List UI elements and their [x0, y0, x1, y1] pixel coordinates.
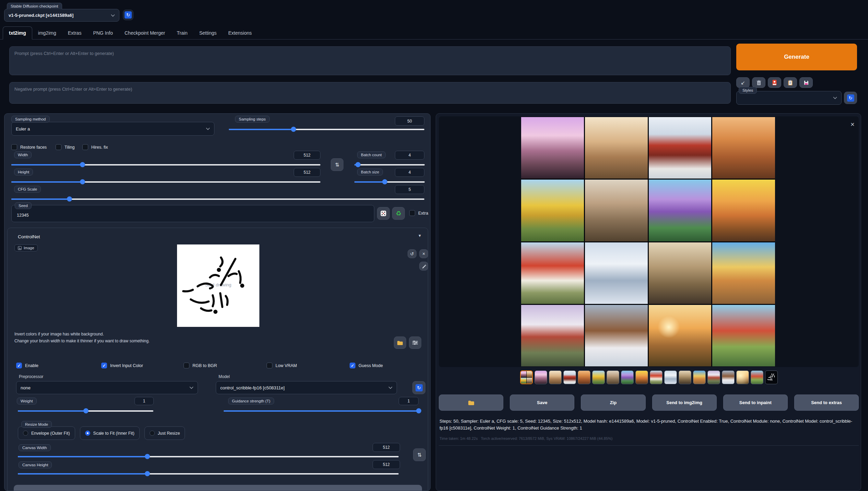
guess-mode-checkbox[interactable]: Guess Mode [350, 363, 383, 368]
collapse-arrow-icon[interactable]: ▼ [418, 233, 422, 238]
extra-networks-button[interactable] [768, 77, 781, 88]
paste-prompt-button[interactable]: ↙ [736, 77, 750, 88]
cfg-scale-slider[interactable] [11, 196, 424, 202]
tab-train[interactable]: Train [171, 27, 193, 39]
gallery-thumbnail[interactable] [621, 370, 634, 384]
controlnet-model-refresh-button[interactable]: ↻ [412, 381, 425, 394]
checkbox-box[interactable] [16, 363, 22, 368]
weight-value[interactable]: 1 [134, 397, 154, 405]
canvas-height-slider[interactable] [18, 471, 399, 476]
checkbox-box[interactable] [82, 144, 88, 150]
checkbox-box[interactable] [101, 363, 107, 368]
generated-image[interactable] [585, 180, 648, 241]
swap-width-height-button[interactable]: ⇅ [331, 158, 343, 171]
restore-faces-checkbox[interactable]: Restore faces [11, 144, 47, 150]
radio-dot[interactable] [23, 431, 28, 436]
generated-image[interactable] [521, 305, 584, 366]
canvas-width-value[interactable]: 512 [373, 443, 400, 452]
width-slider[interactable] [11, 162, 320, 167]
controlnet-enable-checkbox[interactable]: Enable [16, 363, 38, 368]
height-slider[interactable] [11, 179, 320, 184]
guidance-strength-slider[interactable] [224, 408, 419, 413]
open-output-folder-button[interactable] [439, 395, 503, 411]
styles-refresh-button[interactable]: ↻ [844, 92, 857, 104]
gallery-thumbnail[interactable] [607, 370, 619, 384]
resize-envelope-radio[interactable]: Envelope (Outer Fit) [18, 426, 75, 440]
gallery-thumbnail[interactable] [563, 370, 576, 384]
canvas-adjust-button[interactable] [409, 336, 421, 349]
checkbox-box[interactable] [409, 210, 415, 216]
zip-button[interactable]: Zip [581, 395, 645, 411]
preprocessor-dropdown[interactable]: none [16, 381, 198, 394]
checkpoint-dropdown[interactable]: v1-5-pruned.ckpt [e1441589a6] [4, 9, 119, 22]
tiling-checkbox[interactable]: Tiling [56, 144, 74, 150]
width-value[interactable]: 512 [294, 151, 320, 160]
generated-image[interactable] [649, 180, 712, 241]
gallery-thumbnail-scribble[interactable] [765, 370, 778, 384]
send-to-inpaint-button[interactable]: Send to inpaint [723, 395, 788, 411]
generated-image[interactable] [585, 117, 648, 179]
generated-image[interactable] [585, 305, 648, 366]
gallery-thumbnail[interactable] [751, 370, 763, 384]
sampling-steps-value[interactable]: 50 [395, 116, 424, 126]
generated-image[interactable] [712, 305, 775, 366]
generated-image[interactable] [649, 117, 712, 179]
generate-button[interactable]: Generate [736, 44, 857, 70]
batch-size-slider[interactable] [354, 179, 425, 184]
tab-settings[interactable]: Settings [193, 27, 223, 39]
gallery-thumbnail[interactable] [679, 370, 691, 384]
extra-seed-checkbox[interactable]: Extra [409, 210, 428, 216]
gallery-thumbnail-grid[interactable] [520, 370, 533, 384]
tab-extensions[interactable]: Extensions [222, 27, 257, 39]
clear-prompt-button[interactable] [752, 77, 765, 88]
batch-count-value[interactable]: 4 [395, 151, 424, 160]
controlnet-model-dropdown[interactable]: control_scribble-fp16 [c508311e] [216, 381, 397, 394]
gallery-thumbnail[interactable] [635, 370, 648, 384]
generated-image[interactable] [649, 242, 712, 304]
checkbox-box[interactable] [56, 144, 61, 150]
canvas-undo-button[interactable]: ↺ [408, 249, 417, 258]
height-value[interactable]: 512 [294, 168, 320, 177]
tab-txt2img[interactable]: txt2img [3, 26, 32, 39]
generated-image[interactable] [712, 242, 775, 304]
save-button[interactable]: Save [510, 395, 574, 411]
gallery-thumbnail[interactable] [707, 370, 720, 384]
canvas-brush-button[interactable] [419, 262, 428, 271]
gallery-thumbnail[interactable] [535, 370, 547, 384]
resize-scale-to-fit-radio[interactable]: Scale to Fit (Inner Fit) [80, 426, 140, 440]
controlnet-draw-canvas[interactable]: Start drawing [177, 244, 259, 327]
checkbox-box[interactable] [267, 363, 272, 368]
gallery-thumbnail[interactable] [722, 370, 735, 384]
rgb-to-bgr-checkbox[interactable]: RGB to BGR [184, 363, 217, 368]
generated-image[interactable] [521, 180, 584, 241]
generated-image[interactable] [521, 117, 584, 179]
batch-count-slider[interactable] [354, 162, 425, 167]
checkbox-box[interactable] [184, 363, 189, 368]
gallery-thumbnail[interactable] [736, 370, 749, 384]
gallery-thumbnail[interactable] [549, 370, 562, 384]
swap-canvas-dims-button[interactable]: ⇅ [413, 448, 426, 461]
checkbox-box[interactable] [11, 144, 17, 150]
tab-img2img[interactable]: img2img [32, 27, 62, 39]
save-style-button[interactable] [799, 77, 813, 88]
tab-checkpoint-merger[interactable]: Checkpoint Merger [119, 27, 171, 39]
random-seed-button[interactable] [377, 207, 390, 220]
generated-image[interactable] [712, 117, 775, 179]
reuse-seed-button[interactable]: ♻ [392, 207, 405, 220]
open-canvas-folder-button[interactable] [394, 336, 406, 349]
canvas-clear-button[interactable]: × [419, 249, 428, 258]
radio-dot[interactable] [150, 431, 155, 436]
create-blank-canvas-button[interactable] [14, 485, 422, 491]
negative-prompt-input[interactable] [9, 82, 731, 104]
tab-extras[interactable]: Extras [62, 27, 87, 39]
controlnet-image-tab[interactable]: Image [14, 244, 38, 251]
tab-png-info[interactable]: PNG Info [87, 27, 119, 39]
gallery-thumbnail[interactable] [650, 370, 662, 384]
gallery-thumbnail[interactable] [592, 370, 605, 384]
apply-style-button[interactable] [784, 77, 797, 88]
generated-image[interactable] [649, 305, 712, 366]
hires-fix-checkbox[interactable]: Hires. fix [82, 144, 108, 150]
radio-dot[interactable] [85, 431, 90, 436]
cfg-scale-value[interactable]: 5 [395, 185, 424, 194]
invert-input-color-checkbox[interactable]: Invert Input Color [101, 363, 143, 368]
